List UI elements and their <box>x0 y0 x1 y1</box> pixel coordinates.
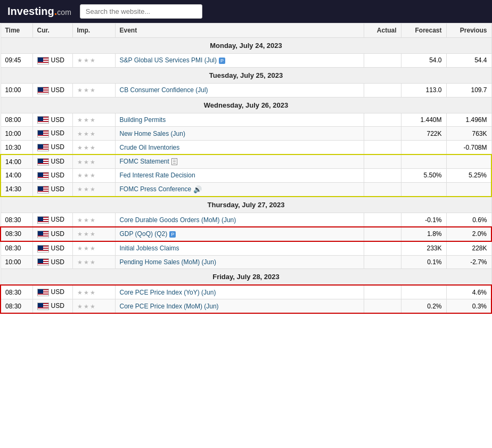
event-name[interactable]: Building Permits <box>115 113 364 127</box>
preliminary-badge: P <box>169 231 176 238</box>
event-name[interactable]: Core Durable Goods Orders (MoM) (Jun) <box>115 213 364 227</box>
event-time: 10:00 <box>1 255 32 269</box>
table-row[interactable]: 10:00 USD ★★★ Pending Home Sales (MoM) (… <box>1 255 491 269</box>
event-importance: ★★★ <box>72 285 115 299</box>
importance-stars: ★★★ <box>77 259 96 265</box>
event-actual <box>364 54 401 68</box>
event-currency: USD <box>32 213 72 227</box>
event-time: 14:30 <box>1 182 32 197</box>
event-currency: USD <box>32 113 72 127</box>
event-currency: USD <box>32 168 72 182</box>
event-forecast: 5.50% <box>401 168 446 182</box>
event-forecast: 233K <box>401 241 446 255</box>
event-time: 08:30 <box>1 299 32 313</box>
event-importance: ★★★ <box>72 154 115 168</box>
event-importance: ★★★ <box>72 127 115 141</box>
event-time: 14:00 <box>1 154 32 168</box>
table-row[interactable]: 08:00 USD ★★★ Building Permits 1.440M 1.… <box>1 113 491 127</box>
col-imp: Imp. <box>72 23 115 38</box>
table-row[interactable]: 14:00 USD ★★★ FOMC Statement <box>1 154 491 168</box>
importance-stars: ★★★ <box>77 217 96 223</box>
event-importance: ★★★ <box>72 168 115 182</box>
event-actual <box>364 168 401 182</box>
document-icon <box>171 158 177 165</box>
event-forecast <box>401 141 446 154</box>
event-importance: ★★★ <box>72 54 115 68</box>
event-actual <box>364 299 401 313</box>
event-forecast <box>401 285 446 299</box>
table-row[interactable]: 08:30 USD ★★★ Initial Jobless Claims 233… <box>1 241 491 255</box>
table-row[interactable]: 10:00 USD ★★★ CB Consumer Confidence (Ju… <box>1 83 491 97</box>
event-name[interactable]: CB Consumer Confidence (Jul) <box>115 83 364 97</box>
table-row[interactable]: 08:30 USD ★★★ GDP (QoQ) (Q2)P 1.8% 2.0% <box>1 227 491 241</box>
event-actual <box>364 227 401 241</box>
day-header: Friday, July 28, 2023 <box>1 269 491 286</box>
event-previous: 4.6% <box>446 285 491 299</box>
event-forecast <box>401 154 446 168</box>
event-time: 08:30 <box>1 227 32 241</box>
col-cur: Cur. <box>32 23 72 38</box>
event-time: 10:30 <box>1 141 32 154</box>
table-row[interactable]: 08:30 USD ★★★ Core PCE Price Index (MoM)… <box>1 299 491 313</box>
table-row[interactable]: 10:30 USD ★★★ Crude Oil Inventories -0.7… <box>1 141 491 154</box>
flag-icon <box>37 172 49 180</box>
event-name[interactable]: FOMC Statement <box>115 154 364 168</box>
event-name[interactable]: Pending Home Sales (MoM) (Jun) <box>115 255 364 269</box>
importance-stars: ★★★ <box>77 144 96 151</box>
event-time: 10:00 <box>1 83 32 97</box>
table-row[interactable]: 08:30 USD ★★★ Core Durable Goods Orders … <box>1 213 491 227</box>
event-currency: USD <box>32 255 72 269</box>
event-currency: USD <box>32 182 72 197</box>
event-actual <box>364 83 401 97</box>
event-currency: USD <box>32 127 72 141</box>
flag-icon <box>37 231 49 238</box>
event-actual <box>364 141 401 154</box>
event-name[interactable]: Fed Interest Rate Decision <box>115 168 364 182</box>
economic-calendar-table: Time Cur. Imp. Event Actual Forecast Pre… <box>0 23 492 314</box>
flag-icon <box>37 258 49 266</box>
flag-icon <box>37 158 49 166</box>
event-time: 09:45 <box>1 54 32 68</box>
event-name[interactable]: New Home Sales (Jun) <box>115 127 364 141</box>
event-name[interactable]: FOMC Press Conference🔊 <box>115 182 364 197</box>
event-importance: ★★★ <box>72 182 115 197</box>
table-row[interactable]: 14:00 USD ★★★ Fed Interest Rate Decision… <box>1 168 491 182</box>
event-name[interactable]: Core PCE Price Index (YoY) (Jun) <box>115 285 364 299</box>
event-name[interactable]: Initial Jobless Claims <box>115 241 364 255</box>
logo[interactable]: Investing.com <box>7 5 71 18</box>
event-forecast: 722K <box>401 127 446 141</box>
event-name[interactable]: GDP (QoQ) (Q2)P <box>115 227 364 241</box>
event-previous: 5.25% <box>446 168 491 182</box>
event-importance: ★★★ <box>72 255 115 269</box>
event-time: 08:00 <box>1 113 32 127</box>
event-name[interactable]: S&P Global US Services PMI (Jul)P <box>115 54 364 68</box>
event-previous: 109.7 <box>446 83 491 97</box>
event-name[interactable]: Crude Oil Inventories <box>115 141 364 154</box>
col-actual: Actual <box>364 23 401 38</box>
event-name[interactable]: Core PCE Price Index (MoM) (Jun) <box>115 299 364 313</box>
flag-icon <box>37 186 49 193</box>
event-importance: ★★★ <box>72 113 115 127</box>
event-actual <box>364 127 401 141</box>
event-previous: 54.4 <box>446 54 491 68</box>
event-actual <box>364 113 401 127</box>
table-row[interactable]: 09:45 USD ★★★ S&P Global US Services PMI… <box>1 54 491 68</box>
event-actual <box>364 241 401 255</box>
day-header: Tuesday, July 25, 2023 <box>1 67 491 83</box>
event-previous <box>446 154 491 168</box>
event-currency: USD <box>32 299 72 313</box>
flag-icon <box>37 144 49 151</box>
search-input[interactable] <box>80 4 202 19</box>
flag-icon <box>37 116 49 124</box>
table-row[interactable]: 10:00 USD ★★★ New Home Sales (Jun) 722K … <box>1 127 491 141</box>
event-actual <box>364 182 401 197</box>
day-header: Wednesday, July 26, 2023 <box>1 97 491 113</box>
event-previous <box>446 182 491 197</box>
table-row[interactable]: 14:30 USD ★★★ FOMC Press Conference🔊 <box>1 182 491 197</box>
event-currency: USD <box>32 285 72 299</box>
event-importance: ★★★ <box>72 83 115 97</box>
event-actual <box>364 154 401 168</box>
table-row[interactable]: 08:30 USD ★★★ Core PCE Price Index (YoY)… <box>1 285 491 299</box>
event-forecast <box>401 182 446 197</box>
event-time: 08:30 <box>1 213 32 227</box>
